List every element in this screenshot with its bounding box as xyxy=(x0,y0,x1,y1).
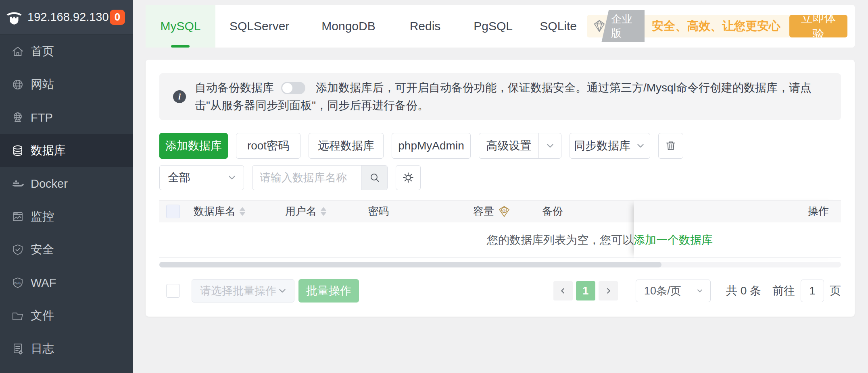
svg-text:企: 企 xyxy=(502,208,506,212)
globe-icon xyxy=(11,78,24,91)
auto-backup-toggle[interactable] xyxy=(281,82,305,94)
tab-mysql[interactable]: MySQL xyxy=(146,5,215,48)
sidebar-header: 192.168.92.130 0 xyxy=(0,0,133,35)
column-username: 用户名 xyxy=(285,204,368,218)
sidebar-item-label: 安全 xyxy=(31,242,54,258)
horizontal-scrollbar-thumb[interactable] xyxy=(159,262,661,267)
current-page-button[interactable]: 1 xyxy=(576,281,595,300)
sidebar-item-label: 监控 xyxy=(31,209,54,225)
chevron-down-icon xyxy=(277,286,288,296)
sidebar-item-label: 首页 xyxy=(31,44,54,60)
column-label: 备份 xyxy=(542,204,563,218)
footer-row: 请选择批量操作 批量操作 1 10条/页 共 0 条 前往 页 xyxy=(159,278,841,304)
chevron-down-icon xyxy=(696,287,704,295)
tab-redis[interactable]: Redis xyxy=(394,5,457,48)
sort-toggle[interactable] xyxy=(321,207,326,216)
sidebar-item-monitor[interactable]: 监控 xyxy=(0,200,133,233)
toolbar: 添加数据库 root密码 远程数据库 phpMyAdmin 高级设置 同步数据库 xyxy=(159,133,683,159)
sync-database-dropdown-button[interactable]: 同步数据库 xyxy=(570,133,650,159)
chevron-down-icon xyxy=(635,141,646,151)
total-count-text: 共 0 条 xyxy=(726,283,761,298)
log-icon xyxy=(11,342,24,355)
phpmyadmin-button[interactable]: phpMyAdmin xyxy=(392,133,471,159)
info-icon: i xyxy=(173,90,186,103)
bulk-action-placeholder: 请选择批量操作 xyxy=(200,284,276,298)
enterprise-edition-badge: 企业版 xyxy=(601,10,645,42)
sidebar-item-label: 文件 xyxy=(31,308,54,324)
column-label: 数据库名 xyxy=(194,204,236,218)
search-button[interactable] xyxy=(361,166,387,190)
sidebar-item-label: Docker xyxy=(31,177,68,191)
column-backup: 备份 xyxy=(542,204,634,218)
tab-label: SQLServer xyxy=(230,19,289,33)
footer-select-all-checkbox[interactable] xyxy=(166,284,180,298)
sidebar-item-label: 网站 xyxy=(31,77,54,93)
next-page-button[interactable] xyxy=(599,281,618,300)
sidebar-item-website[interactable]: 网站 xyxy=(0,68,133,101)
sidebar-item-label: 数据库 xyxy=(31,143,66,159)
tab-pgsql[interactable]: PgSQL xyxy=(457,5,530,48)
column-label: 密码 xyxy=(368,204,389,218)
tab-label: Redis xyxy=(410,19,441,33)
column-password: 密码 xyxy=(368,204,473,218)
select-all-cell xyxy=(159,205,194,218)
search-input[interactable] xyxy=(252,166,361,190)
promo-slogan: 安全、高效、让您更安心 xyxy=(652,18,780,34)
toggle-knob xyxy=(282,83,292,93)
column-label: 操作 xyxy=(808,204,829,218)
sidebar-item-label: 日志 xyxy=(31,341,54,357)
tab-sqlserver[interactable]: SQLServer xyxy=(215,5,304,48)
column-label: 用户名 xyxy=(285,204,317,218)
prev-page-button[interactable] xyxy=(553,281,573,300)
column-settings-button[interactable] xyxy=(396,165,421,190)
tab-sqlite[interactable]: SQLite xyxy=(530,5,587,48)
root-password-button[interactable]: root密码 xyxy=(236,133,300,159)
search-box xyxy=(252,165,388,190)
database-panel-card: i 自动备份数据库添加数据库后，可开启自动备份功能，保证数据安全。通过第三方/M… xyxy=(146,60,855,317)
advanced-settings-dropdown-toggle[interactable] xyxy=(538,133,561,158)
sidebar-item-label: FTP xyxy=(31,111,53,124)
add-one-database-link[interactable]: 添加一个数据库 xyxy=(634,232,713,248)
table-empty-row: 您的数据库列表为空，您可以添加一个数据库 xyxy=(159,222,841,258)
bulk-action-button[interactable]: 批量操作 xyxy=(298,279,359,303)
tab-label: MySQL xyxy=(160,19,200,33)
notification-badge[interactable]: 0 xyxy=(110,10,125,25)
sort-toggle[interactable] xyxy=(240,207,245,216)
bulk-action-select[interactable]: 请选择批量操作 xyxy=(192,279,294,303)
sidebar-item-logs[interactable]: 日志 xyxy=(0,332,133,365)
category-select-value: 全部 xyxy=(168,170,190,185)
tab-label: MongoDB xyxy=(321,19,375,33)
sidebar-item-waf[interactable]: WAF WAF xyxy=(0,266,133,299)
sidebar: 192.168.92.130 0 首页 网站 FTP xyxy=(0,0,133,373)
sidebar-item-ftp[interactable]: FTP xyxy=(0,101,133,134)
column-actions: 操作 xyxy=(634,204,841,218)
sidebar-item-docker[interactable]: Docker xyxy=(0,167,133,200)
server-ip: 192.168.92.130 xyxy=(27,10,109,24)
horizontal-scrollbar-track[interactable] xyxy=(159,262,841,267)
home-icon xyxy=(11,45,24,58)
sidebar-item-files[interactable]: 文件 xyxy=(0,299,133,332)
diamond-icon xyxy=(592,17,607,35)
remote-database-button[interactable]: 远程数据库 xyxy=(309,133,384,159)
sidebar-item-security[interactable]: 安全 xyxy=(0,233,133,266)
add-database-button[interactable]: 添加数据库 xyxy=(159,133,228,159)
advanced-settings-button[interactable]: 高级设置 xyxy=(479,133,538,158)
sidebar-menu: 首页 网站 FTP 数据库 xyxy=(0,35,133,365)
try-now-button[interactable]: 立即体验 xyxy=(789,15,847,37)
tab-mongodb[interactable]: MongoDB xyxy=(303,5,393,48)
sidebar-item-home[interactable]: 首页 xyxy=(0,35,133,68)
tab-label: PgSQL xyxy=(474,19,513,33)
select-all-checkbox[interactable] xyxy=(166,205,180,218)
page-size-select[interactable]: 10条/页 xyxy=(636,280,711,302)
docker-icon xyxy=(11,177,24,190)
delete-button[interactable] xyxy=(658,133,683,159)
advanced-settings-split-button: 高级设置 xyxy=(479,133,561,159)
database-icon xyxy=(11,144,24,157)
sidebar-item-database[interactable]: 数据库 xyxy=(0,134,133,167)
database-type-tabbar: MySQL SQLServer MongoDB Redis PgSQL SQLi… xyxy=(146,5,855,48)
chevron-left-icon xyxy=(559,286,568,295)
folder-icon xyxy=(11,309,24,322)
sidebar-item-label: WAF xyxy=(31,276,56,290)
goto-page-input[interactable] xyxy=(801,280,824,302)
category-select[interactable]: 全部 xyxy=(159,165,244,190)
